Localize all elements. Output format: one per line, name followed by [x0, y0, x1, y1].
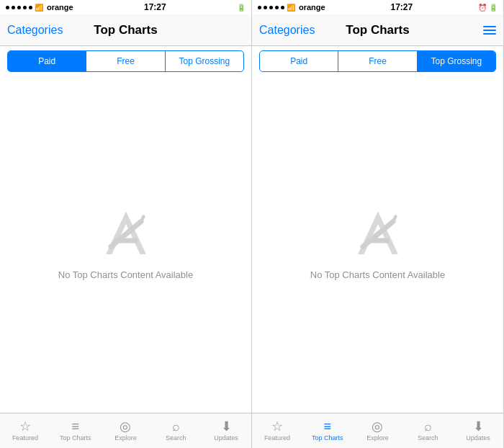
tab-featured[interactable]: ☆Featured [252, 413, 302, 448]
tab-icon-featured: ☆ [19, 420, 31, 433]
empty-message: No Top Charts Content Available [58, 269, 193, 280]
categories-button[interactable]: Categories [259, 24, 315, 37]
signal-dot [264, 6, 267, 9]
signal-dot [29, 6, 32, 9]
signal-dot [12, 6, 15, 9]
segment-btn-free[interactable]: Free [86, 51, 165, 71]
status-bar: 📶 orange 17:27 ⏰ 🔋 [252, 0, 503, 14]
tab-updates[interactable]: ⬇Updates [453, 413, 503, 448]
tab-label-updates: Updates [214, 434, 238, 442]
list-line [483, 30, 496, 31]
segment-btn-paid[interactable]: Paid [260, 51, 338, 71]
list-line [483, 26, 496, 27]
page-title: Top Charts [346, 23, 409, 37]
tab-icon-featured: ☆ [271, 420, 283, 433]
empty-state: No Top Charts Content Available [0, 76, 251, 413]
status-right: 🔋 [237, 4, 246, 12]
tab-label-updates: Updates [466, 434, 490, 442]
status-left: 📶 orange [6, 3, 73, 12]
tab-icon-search: ⌕ [172, 420, 180, 433]
tab-top-charts[interactable]: ≡Top Charts [302, 413, 353, 448]
status-time: 17:27 [144, 2, 166, 12]
tab-featured[interactable]: ☆Featured [0, 413, 50, 448]
signal-dot [6, 6, 9, 9]
tab-top-charts[interactable]: ≡Top Charts [50, 413, 101, 448]
tab-icon-explore: ◎ [120, 420, 131, 433]
tab-search[interactable]: ⌕Search [150, 413, 201, 448]
tab-label-search: Search [166, 434, 186, 442]
status-right: ⏰ 🔋 [478, 4, 498, 12]
segment-btn-paid[interactable]: Paid [8, 51, 86, 71]
tab-icon-top-charts: ≡ [71, 420, 79, 433]
right-panel: 📶 orange 17:27 ⏰ 🔋 CategoriesTop Charts … [252, 0, 504, 448]
tab-label-search: Search [418, 434, 438, 442]
nav-bar: CategoriesTop Charts [0, 14, 251, 46]
tab-label-featured: Featured [264, 434, 290, 442]
empty-state: No Top Charts Content Available [252, 76, 503, 413]
appstore-logo-icon [353, 209, 403, 259]
tab-icon-updates: ⬇ [221, 420, 232, 433]
tab-bar: ☆Featured≡Top Charts◎Explore⌕Search⬇Upda… [0, 413, 251, 448]
tab-label-featured: Featured [12, 434, 38, 442]
page-title: Top Charts [94, 23, 157, 37]
list-icon [483, 26, 496, 35]
status-left: 📶 orange [258, 3, 325, 12]
signal-dot [281, 6, 284, 9]
nav-bar: CategoriesTop Charts [252, 14, 503, 46]
carrier-label: orange [299, 3, 325, 12]
segment-btn-free[interactable]: Free [338, 51, 417, 71]
categories-button[interactable]: Categories [7, 24, 63, 37]
tab-label-top-charts: Top Charts [312, 434, 343, 442]
segment-bar: PaidFreeTop Grossing [0, 46, 251, 76]
segment-bar: PaidFreeTop Grossing [252, 46, 503, 76]
segment-control: PaidFreeTop Grossing [7, 50, 244, 72]
signal-dot [269, 6, 273, 9]
segment-btn-top-grossing[interactable]: Top Grossing [166, 51, 243, 71]
signal-dot [275, 6, 279, 9]
segment-control: PaidFreeTop Grossing [259, 50, 496, 72]
tab-icon-search: ⌕ [424, 420, 432, 433]
battery-icon: 🔋 [489, 4, 498, 12]
status-bar: 📶 orange 17:27 🔋 [0, 0, 251, 14]
carrier-label: orange [47, 3, 73, 12]
tab-updates[interactable]: ⬇Updates [201, 413, 251, 448]
appstore-logo-icon [101, 209, 151, 259]
tab-icon-top-charts: ≡ [323, 420, 331, 433]
tab-search[interactable]: ⌕Search [402, 413, 453, 448]
tab-icon-updates: ⬇ [473, 420, 484, 433]
tab-label-explore: Explore [366, 434, 389, 442]
tab-explore[interactable]: ◎Explore [101, 413, 151, 448]
left-panel: 📶 orange 17:27 🔋 CategoriesTop ChartsPai… [0, 0, 252, 448]
list-line [483, 33, 496, 35]
battery-icon: 🔋 [237, 4, 246, 12]
signal-dot [17, 6, 21, 9]
status-time: 17:27 [390, 2, 413, 12]
tab-label-explore: Explore [114, 434, 137, 442]
signal-dot [258, 6, 261, 9]
wifi-icon: 📶 [35, 4, 43, 12]
wifi-icon: 📶 [287, 4, 295, 12]
tab-icon-explore: ◎ [372, 420, 383, 433]
empty-message: No Top Charts Content Available [310, 269, 445, 280]
list-icon-button[interactable] [483, 26, 496, 35]
tab-label-top-charts: Top Charts [60, 434, 91, 442]
signal-dot [23, 6, 27, 9]
tab-explore[interactable]: ◎Explore [353, 413, 403, 448]
segment-btn-top-grossing[interactable]: Top Grossing [418, 51, 495, 71]
alarm-icon: ⏰ [478, 4, 487, 12]
tab-bar: ☆Featured≡Top Charts◎Explore⌕Search⬇Upda… [252, 413, 503, 448]
